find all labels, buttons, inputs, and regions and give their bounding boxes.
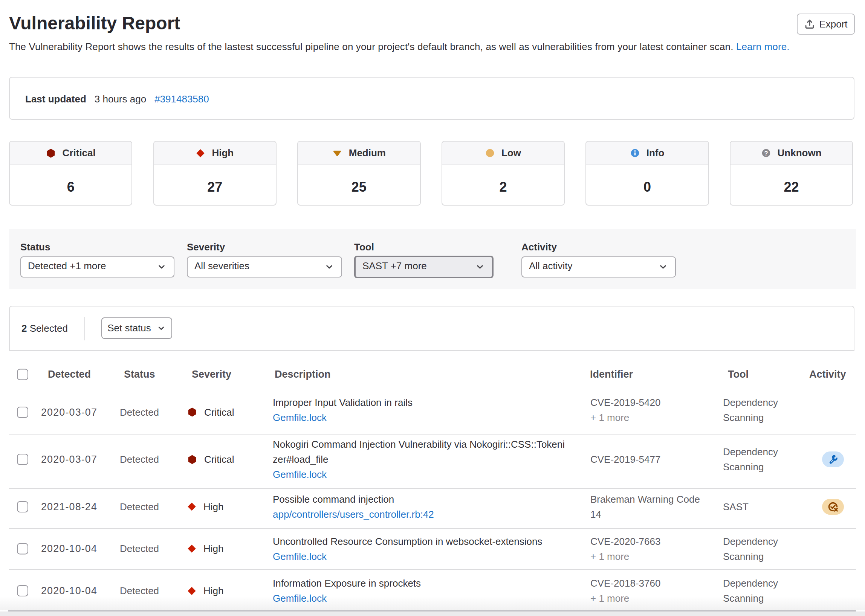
svg-text:?: ? bbox=[764, 150, 768, 157]
